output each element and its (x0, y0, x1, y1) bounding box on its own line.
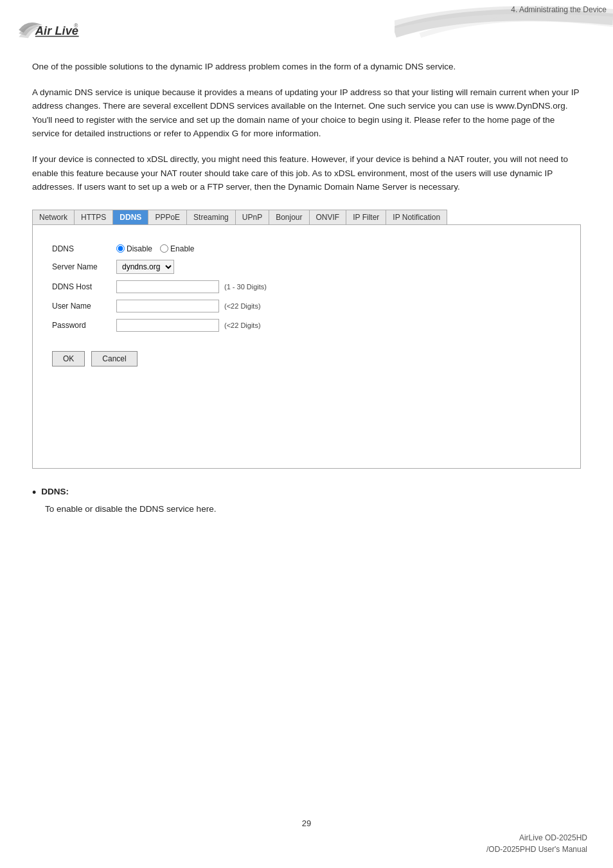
paragraph-2: A dynamic DNS service is unique because … (32, 86, 581, 141)
user-name-row: User Name (<22 Digits) (52, 300, 561, 312)
ddns-enable-label: Enable (170, 244, 194, 253)
ddns-radio-group: Disable Enable (116, 244, 194, 253)
paragraph-1: One of the possible solutions to the dyn… (32, 60, 581, 74)
user-name-input[interactable] (116, 300, 219, 312)
svg-text:Air Live: Air Live (35, 24, 78, 37)
product-line1: AirLive OD-2025HD (0, 832, 587, 844)
logo-area: Air Live ® (13, 12, 84, 47)
server-name-select[interactable]: dyndns.org no-ip.com (116, 260, 174, 274)
header-decoration: 4. Administrating the Device (395, 0, 613, 39)
user-name-control: (<22 Digits) (116, 300, 261, 312)
bullet-item-ddns: • DDNS: (32, 487, 581, 498)
password-hint: (<22 Digits) (224, 321, 261, 329)
paragraph-3: If your device is connected to xDSL dire… (32, 152, 581, 194)
svg-text:®: ® (74, 23, 78, 29)
server-name-label: Server Name (52, 262, 110, 271)
tab-ip-filter[interactable]: IP Filter (346, 210, 386, 224)
tab-streaming[interactable]: Streaming (187, 210, 236, 224)
password-label: Password (52, 321, 110, 330)
bullet-dot: • (32, 487, 36, 498)
ddns-label: DDNS (52, 244, 110, 253)
main-content: One of the possible solutions to the dyn… (0, 47, 613, 529)
user-name-label: User Name (52, 302, 110, 311)
page-header: Air Live ® 4. Administrating the Device (0, 0, 613, 47)
cancel-button[interactable]: Cancel (91, 351, 137, 366)
tab-pppoe[interactable]: PPPoE (148, 210, 187, 224)
ddns-host-hint: (1 - 30 Digits) (224, 283, 267, 291)
chapter-label: 4. Administrating the Device (511, 5, 607, 14)
ddns-enable-option[interactable]: Enable (160, 244, 194, 253)
settings-panel: DDNS Disable Enable Server Name (32, 224, 581, 469)
user-name-hint: (<22 Digits) (224, 302, 261, 310)
tab-https[interactable]: HTTPS (75, 210, 113, 224)
page-number: 29 (0, 818, 613, 828)
bullet-description: To enable or disable the DDNS service he… (45, 502, 581, 516)
tab-network[interactable]: Network (33, 210, 75, 224)
tab-ddns[interactable]: DDNS (113, 210, 148, 224)
ok-button[interactable]: OK (52, 351, 85, 366)
product-info: AirLive OD-2025HD /OD-2025PHD User's Man… (0, 832, 613, 855)
tab-upnp[interactable]: UPnP (236, 210, 269, 224)
bullet-section: • DDNS: To enable or disable the DDNS se… (32, 487, 581, 516)
ddns-host-input[interactable] (116, 280, 219, 293)
ddns-row: DDNS Disable Enable (52, 244, 561, 253)
ddns-disable-label: Disable (127, 244, 152, 253)
ddns-host-label: DDNS Host (52, 282, 110, 291)
server-name-control: dyndns.org no-ip.com (116, 260, 174, 274)
page-footer: 29 AirLive OD-2025HD /OD-2025PHD User's … (0, 818, 613, 855)
password-control: (<22 Digits) (116, 319, 261, 332)
password-row: Password (<22 Digits) (52, 319, 561, 332)
tab-bar: NetworkHTTPSDDNSPPPoEStreamingUPnPBonjou… (32, 210, 447, 224)
ddns-form: DDNS Disable Enable Server Name (52, 244, 561, 332)
airlive-logo: Air Live ® (13, 12, 84, 47)
form-button-row: OK Cancel (52, 351, 561, 366)
ddns-enable-radio[interactable] (160, 244, 168, 253)
password-input[interactable] (116, 319, 219, 332)
tab-onvif[interactable]: ONVIF (310, 210, 347, 224)
ddns-disable-radio[interactable] (116, 244, 125, 253)
ddns-host-row: DDNS Host (1 - 30 Digits) (52, 280, 561, 293)
product-line2: /OD-2025PHD User's Manual (0, 844, 587, 855)
ddns-host-control: (1 - 30 Digits) (116, 280, 267, 293)
tab-ip-notification[interactable]: IP Notification (386, 210, 447, 224)
server-name-row: Server Name dyndns.org no-ip.com (52, 260, 561, 274)
bullet-label: DDNS: (41, 487, 69, 496)
ddns-disable-option[interactable]: Disable (116, 244, 152, 253)
tab-bonjour[interactable]: Bonjour (269, 210, 309, 224)
